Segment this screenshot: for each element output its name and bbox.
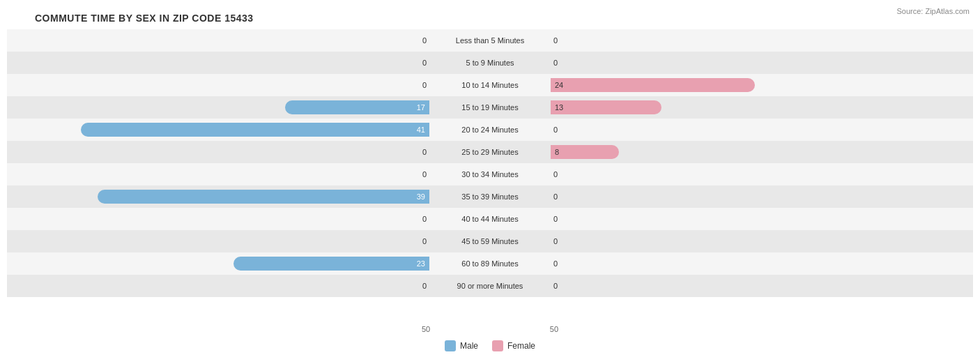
chart-row: 39 35 to 39 Minutes 0 — [7, 185, 973, 208]
chart-title: COMMUTE TIME BY SEX IN ZIP CODE 15433 — [7, 7, 973, 29]
female-bar-wrapper: 0 — [551, 275, 973, 297]
female-value: 0 — [553, 215, 567, 223]
left-section: 0 — [7, 275, 432, 297]
right-section: 0 — [548, 208, 973, 230]
male-value: 0 — [413, 148, 427, 156]
female-legend-label: Female — [507, 341, 535, 351]
right-section: 0 — [548, 163, 973, 185]
right-section: 0 — [548, 119, 973, 141]
row-label: 10 to 14 Minutes — [432, 81, 548, 89]
row-label: Less than 5 Minutes — [432, 36, 548, 45]
female-bar-wrapper: 0 — [551, 119, 973, 141]
male-bar: 23 — [233, 257, 429, 271]
row-label: 45 to 59 Minutes — [432, 237, 548, 245]
chart-row: 0 25 to 29 Minutes 8 — [7, 141, 973, 163]
male-bar-wrapper: 39 — [7, 185, 429, 208]
row-label: 5 to 9 Minutes — [432, 59, 548, 67]
male-value: 0 — [413, 81, 427, 89]
male-value: 0 — [413, 36, 427, 45]
chart-area: 0 Less than 5 Minutes 0 0 5 to 9 Minutes — [7, 29, 973, 322]
left-section: 0 — [7, 141, 432, 163]
source-text: Source: ZipAtlas.com — [896, 7, 970, 15]
left-section: 0 — [7, 208, 432, 230]
chart-row: 0 5 to 9 Minutes 0 — [7, 52, 973, 74]
female-bar: 13 — [551, 100, 661, 114]
left-section: 0 — [7, 74, 432, 96]
female-bar: 8 — [551, 145, 619, 159]
male-bar-wrapper: 0 — [7, 141, 429, 163]
male-bar: 17 — [285, 100, 429, 114]
male-value: 0 — [413, 215, 427, 223]
chart-row: 23 60 to 89 Minutes 0 — [7, 252, 973, 275]
right-section: 0 — [548, 230, 973, 252]
male-legend-label: Male — [460, 341, 478, 351]
female-bar-wrapper: 8 — [551, 141, 973, 163]
left-section: 0 — [7, 52, 432, 74]
male-bar-wrapper: 0 — [7, 208, 429, 230]
female-bar-wrapper: 24 — [551, 74, 973, 96]
left-section: 41 — [7, 119, 432, 141]
chart-row: 0 45 to 59 Minutes 0 — [7, 230, 973, 252]
left-section: 0 — [7, 29, 432, 52]
female-value: 0 — [553, 170, 567, 179]
male-value: 0 — [413, 282, 427, 290]
row-label: 40 to 44 Minutes — [432, 215, 548, 223]
male-bar: 41 — [81, 123, 429, 137]
female-value: 0 — [553, 59, 567, 67]
male-legend-box — [445, 340, 456, 351]
left-section: 23 — [7, 252, 432, 275]
male-bar: 39 — [98, 190, 429, 204]
chart-row: 0 90 or more Minutes 0 — [7, 275, 973, 297]
chart-container: COMMUTE TIME BY SEX IN ZIP CODE 15433 So… — [0, 0, 980, 364]
left-section: 0 — [7, 163, 432, 185]
chart-row: 0 10 to 14 Minutes 24 — [7, 74, 973, 96]
female-legend-box — [492, 340, 503, 351]
chart-row: 41 20 to 24 Minutes 0 — [7, 119, 973, 141]
row-label: 60 to 89 Minutes — [432, 259, 548, 268]
right-section: 0 — [548, 275, 973, 297]
row-label: 25 to 29 Minutes — [432, 148, 548, 156]
row-label: 30 to 34 Minutes — [432, 170, 548, 179]
row-label: 15 to 19 Minutes — [432, 103, 548, 112]
legend-female: Female — [492, 340, 535, 351]
right-section: 0 — [548, 185, 973, 208]
left-section: 17 — [7, 96, 432, 119]
right-section: 24 — [548, 74, 973, 96]
male-bar-wrapper: 23 — [7, 252, 429, 275]
male-bar-wrapper: 0 — [7, 29, 429, 52]
axis-left: 50 — [7, 325, 433, 333]
chart-row: 0 30 to 34 Minutes 0 — [7, 163, 973, 185]
right-section: 13 — [548, 96, 973, 119]
female-bar-wrapper: 0 — [551, 163, 973, 185]
female-bar-wrapper: 0 — [551, 208, 973, 230]
legend-male: Male — [445, 340, 478, 351]
axis-row: 50 50 — [7, 322, 973, 336]
right-section: 0 — [548, 29, 973, 52]
female-bar-wrapper: 0 — [551, 230, 973, 252]
axis-right: 50 — [547, 325, 973, 333]
chart-row: 0 40 to 44 Minutes 0 — [7, 208, 973, 230]
chart-row: 0 Less than 5 Minutes 0 — [7, 29, 973, 52]
female-value: 0 — [553, 126, 567, 134]
row-label: 90 or more Minutes — [432, 282, 548, 290]
female-bar-wrapper: 0 — [551, 185, 973, 208]
female-bar-wrapper: 0 — [551, 52, 973, 74]
female-value: 0 — [553, 237, 567, 245]
row-label: 20 to 24 Minutes — [432, 126, 548, 134]
male-bar-wrapper: 0 — [7, 163, 429, 185]
right-section: 0 — [548, 52, 973, 74]
male-value: 0 — [413, 170, 427, 179]
right-section: 0 — [548, 252, 973, 275]
male-bar-wrapper: 0 — [7, 52, 429, 74]
legend: Male Female — [7, 340, 973, 351]
male-bar-wrapper: 17 — [7, 96, 429, 119]
left-section: 0 — [7, 230, 432, 252]
female-bar-wrapper: 0 — [551, 29, 973, 52]
male-value: 0 — [413, 237, 427, 245]
male-bar-wrapper: 0 — [7, 230, 429, 252]
male-value: 0 — [413, 59, 427, 67]
row-label: 35 to 39 Minutes — [432, 192, 548, 201]
female-bar-wrapper: 0 — [551, 252, 973, 275]
female-value: 0 — [553, 259, 567, 268]
right-section: 8 — [548, 141, 973, 163]
